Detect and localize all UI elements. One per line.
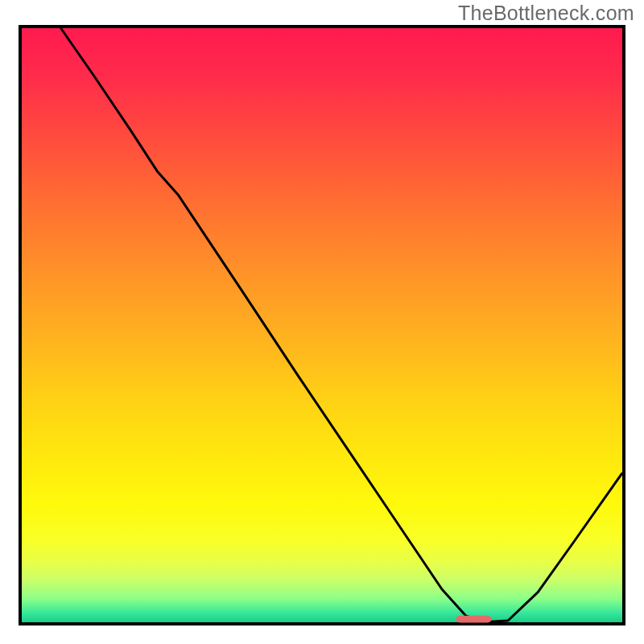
watermark-text: TheBottleneck.com <box>458 2 634 25</box>
plot-area <box>19 25 625 625</box>
chart-container: TheBottleneck.com <box>0 0 644 644</box>
